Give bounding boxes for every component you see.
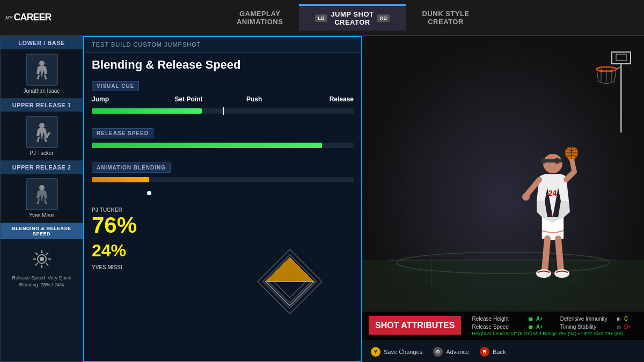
tab-gameplay-label: Gameplay Animations bbox=[237, 10, 283, 26]
lb-button[interactable]: LB bbox=[315, 14, 327, 22]
player-silhouette-1 bbox=[31, 59, 53, 80]
visual-cue-marker bbox=[223, 107, 224, 115]
percentage-left: PJ TUCKER 76% 24% YVES MISSI bbox=[92, 207, 220, 356]
yves-missi-name: Yves Missi bbox=[29, 212, 54, 218]
player2-percentage: 24% bbox=[92, 242, 220, 259]
svg-line-51 bbox=[545, 239, 547, 271]
blend-dot bbox=[147, 191, 151, 195]
attr-timing-stability: Timing Stability D+ bbox=[560, 324, 638, 330]
svg-line-12 bbox=[35, 263, 38, 266]
save-changes-action[interactable]: Y Save Changes bbox=[371, 347, 422, 357]
attr-defensive-immunity-fill bbox=[617, 317, 619, 321]
advance-action[interactable]: ⊙ Advance bbox=[433, 347, 469, 357]
svg-marker-17 bbox=[266, 257, 314, 282]
release-speed-slider[interactable] bbox=[92, 143, 354, 148]
player-silhouette-3 bbox=[31, 183, 53, 205]
anim-blend-slider[interactable] bbox=[92, 177, 354, 182]
blending-title: Blending & Release Speed bbox=[92, 58, 354, 72]
jump-label: Jump bbox=[92, 95, 109, 103]
attr-timing-stability-bar bbox=[617, 326, 621, 329]
svg-line-10 bbox=[46, 263, 48, 266]
release-speed-label: RELEASE SPEED bbox=[92, 128, 153, 138]
gear-icon bbox=[28, 246, 55, 272]
hoop-svg bbox=[569, 47, 633, 132]
panel-title: TEST BUILD CUSTOM JUMPSHOT bbox=[92, 41, 354, 48]
svg-marker-19 bbox=[266, 282, 314, 306]
release-speed-fill bbox=[92, 143, 322, 148]
attr-release-speed-grade: A+ bbox=[536, 324, 550, 330]
diamond-container bbox=[225, 207, 354, 356]
visual-cue-slider[interactable] bbox=[92, 108, 354, 114]
main-layout: Lower / Base Jonathan Isaac Upper Releas… bbox=[0, 36, 644, 362]
cue-labels-row: Jump Set Point Push Release bbox=[92, 95, 354, 106]
svg-rect-29 bbox=[616, 54, 626, 61]
attr-release-speed-label: Release Speed bbox=[472, 324, 525, 330]
blending-description: Release Speed: Very Quick Blending: 76% … bbox=[5, 275, 78, 288]
yves-missi-card[interactable]: Yves Missi bbox=[1, 174, 83, 223]
visual-cue-label: VISUAL CUE bbox=[92, 81, 139, 91]
attr-defensive-immunity: Defensive Immunity C bbox=[560, 316, 638, 322]
svg-point-54 bbox=[554, 269, 569, 278]
svg-rect-28 bbox=[612, 52, 631, 64]
gear-svg bbox=[28, 246, 55, 272]
attr-release-speed-fill bbox=[529, 326, 532, 329]
svg-point-53 bbox=[536, 269, 551, 278]
tab-dunk-label: Dunk Style Creator bbox=[422, 10, 469, 26]
nav-tabs: Gameplay Animations LB Jump Shot Creator… bbox=[68, 4, 639, 31]
svg-point-38 bbox=[543, 154, 562, 173]
rb-button[interactable]: RB bbox=[377, 14, 390, 22]
attr-content: Release Height A+ Defensive Immunity bbox=[472, 316, 638, 336]
right-panel: 24 bbox=[362, 36, 644, 362]
y-button-icon[interactable]: Y bbox=[371, 347, 380, 357]
svg-rect-40 bbox=[541, 158, 545, 164]
court-background: 24 bbox=[362, 36, 644, 362]
attr-timing-stability-grade: D+ bbox=[624, 324, 638, 330]
diamond-svg bbox=[255, 247, 325, 316]
anim-blend-label: ANIMATION BLENDING bbox=[92, 162, 171, 173]
section-upper-release-1[interactable]: Upper Release 1 bbox=[1, 99, 83, 112]
percentage-section: PJ TUCKER 76% 24% YVES MISSI bbox=[84, 202, 361, 361]
lower-base-card[interactable]: Jonathan Isaac bbox=[1, 49, 83, 99]
tab-jumpshot-creator[interactable]: LB Jump Shot Creator RB bbox=[299, 4, 406, 31]
tab-jumpshot-label: Jump Shot Creator bbox=[331, 10, 374, 26]
section-upper-release-2[interactable]: Upper Release 2 bbox=[1, 161, 83, 174]
tab-buttons: LB Jump Shot Creator RB bbox=[315, 10, 390, 26]
save-changes-label: Save Changes bbox=[384, 349, 422, 355]
back-label: Back bbox=[493, 349, 506, 355]
player2-label: YVES MISSI bbox=[92, 264, 220, 270]
basketball-player: 24 bbox=[510, 147, 590, 308]
pj-tucker-card[interactable]: PJ Tucker bbox=[1, 112, 83, 161]
tab-gameplay-animations[interactable]: Gameplay Animations bbox=[221, 5, 299, 30]
circle-button-icon[interactable]: ⊙ bbox=[433, 347, 443, 357]
svg-point-1 bbox=[39, 123, 45, 128]
pj-tucker-name: PJ Tucker bbox=[30, 150, 53, 156]
set-point-label: Set Point bbox=[175, 95, 203, 103]
attr-timing-stability-label: Timing Stability bbox=[560, 324, 614, 330]
top-nav: MY CAREER Gameplay Animations LB Jump Sh… bbox=[0, 0, 644, 36]
svg-point-2 bbox=[39, 185, 45, 190]
visual-cue-section: VISUAL CUE Jump Set Point Push Release bbox=[84, 80, 361, 128]
section-lower-base[interactable]: Lower / Base bbox=[1, 36, 83, 49]
panel-title-bar: TEST BUILD CUSTOM JUMPSHOT bbox=[84, 37, 361, 53]
attr-release-height-fill bbox=[529, 317, 532, 321]
tab-dunk-style[interactable]: Dunk Style Creator bbox=[406, 5, 485, 30]
release-label: Release bbox=[330, 95, 354, 103]
svg-line-52 bbox=[558, 239, 561, 271]
svg-text:24: 24 bbox=[548, 189, 557, 197]
player-svg: 24 bbox=[510, 147, 590, 308]
svg-rect-41 bbox=[555, 158, 559, 164]
svg-point-0 bbox=[39, 61, 45, 66]
center-panel: TEST BUILD CUSTOM JUMPSHOT Blending & Re… bbox=[83, 36, 362, 362]
attr-timing-stability-fill bbox=[617, 326, 618, 329]
attr-release-height-grade: A+ bbox=[536, 316, 550, 322]
b-button-icon[interactable]: B bbox=[480, 347, 489, 357]
section-blending[interactable]: Blending & Release Speed bbox=[1, 223, 83, 239]
bottom-bar: Y Save Changes ⊙ Advance B Back bbox=[362, 341, 644, 362]
svg-line-9 bbox=[35, 253, 38, 255]
blending-card[interactable]: Release Speed: Very Quick Blending: 76% … bbox=[1, 239, 83, 361]
svg-point-4 bbox=[40, 257, 44, 261]
svg-text:2K: 2K bbox=[550, 211, 555, 216]
anim-blend-fill bbox=[92, 177, 149, 182]
yves-missi-icon bbox=[26, 178, 58, 210]
back-action[interactable]: B Back bbox=[480, 347, 506, 357]
